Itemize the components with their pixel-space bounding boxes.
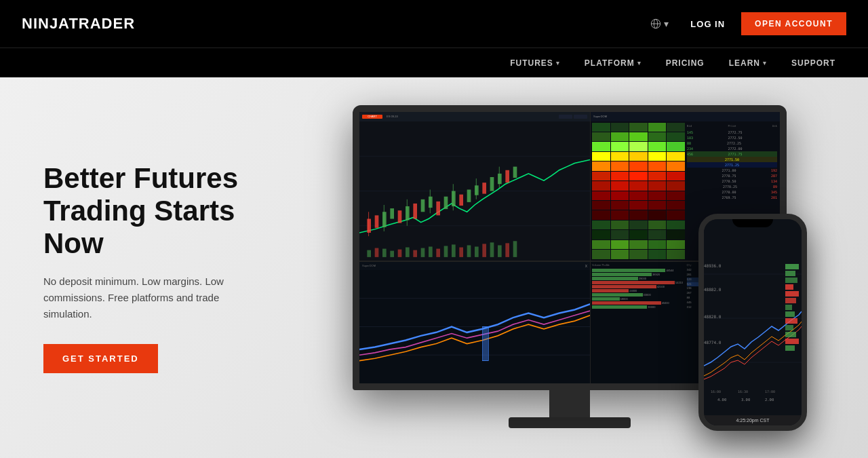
svg-rect-34 bbox=[375, 248, 379, 256]
svg-rect-24 bbox=[505, 170, 509, 182]
globe-icon bbox=[650, 18, 661, 29]
svg-text:48882.0: 48882.0 bbox=[704, 287, 722, 292]
svg-rect-36 bbox=[390, 250, 394, 256]
brand-logo[interactable]: NINJATRADER bbox=[22, 15, 135, 33]
open-account-button[interactable]: OPEN ACCOUNT bbox=[741, 12, 846, 35]
svg-rect-42 bbox=[436, 248, 440, 256]
svg-rect-50 bbox=[498, 245, 502, 256]
phone-time-label: 4:25:20pm CST bbox=[704, 415, 802, 425]
hero-image-area: CHART ES 09-24 bbox=[278, 77, 868, 458]
svg-rect-33 bbox=[367, 250, 371, 256]
svg-rect-47 bbox=[475, 246, 479, 256]
svg-rect-74 bbox=[785, 345, 795, 351]
svg-rect-16 bbox=[444, 196, 448, 208]
phone-device: 48936.0 48882.0 48828.0 48774.0 16:00 16… bbox=[698, 214, 807, 431]
main-nav: NINJATRADER ▾ LOG IN OPEN ACCOUNT bbox=[0, 0, 868, 47]
globe-chevron: ▾ bbox=[664, 18, 669, 29]
hero-content: Better Futures Trading Starts Now No dep… bbox=[0, 121, 285, 415]
svg-rect-41 bbox=[429, 246, 433, 256]
svg-rect-56 bbox=[482, 326, 488, 360]
login-button[interactable]: LOG IN bbox=[679, 15, 736, 33]
svg-rect-17 bbox=[452, 191, 456, 206]
svg-rect-15 bbox=[436, 201, 440, 215]
svg-rect-40 bbox=[421, 248, 425, 256]
svg-rect-46 bbox=[467, 245, 471, 256]
svg-text:2.00: 2.00 bbox=[765, 398, 774, 402]
svg-rect-71 bbox=[785, 325, 793, 330]
chevron-down-icon: ▾ bbox=[763, 60, 767, 66]
hero-title: Better Futures Trading Starts Now bbox=[43, 162, 263, 261]
svg-rect-44 bbox=[452, 244, 456, 256]
svg-text:16:30: 16:30 bbox=[738, 389, 748, 394]
subnav-platform[interactable]: PLATFORM ▾ bbox=[574, 54, 652, 72]
svg-rect-66 bbox=[785, 291, 799, 297]
svg-rect-21 bbox=[482, 183, 486, 193]
svg-rect-35 bbox=[382, 248, 387, 256]
svg-rect-48 bbox=[482, 244, 486, 256]
monitor-stand-base bbox=[509, 417, 631, 428]
svg-rect-10 bbox=[398, 210, 402, 223]
svg-text:3.00: 3.00 bbox=[741, 398, 750, 402]
hero-subtitle: No deposit minimum. Low margins. Low com… bbox=[43, 273, 247, 322]
svg-rect-69 bbox=[785, 311, 795, 317]
svg-rect-12 bbox=[413, 203, 417, 218]
svg-rect-51 bbox=[505, 243, 509, 257]
svg-rect-22 bbox=[490, 177, 494, 191]
svg-rect-67 bbox=[785, 298, 796, 303]
subnav-pricing[interactable]: PRICING bbox=[655, 54, 715, 72]
monitor-device: CHART ES 09-24 bbox=[353, 92, 814, 444]
svg-rect-72 bbox=[785, 332, 796, 337]
svg-rect-68 bbox=[785, 305, 792, 310]
svg-rect-38 bbox=[406, 247, 410, 256]
svg-text:4.00: 4.00 bbox=[717, 398, 726, 402]
svg-rect-23 bbox=[498, 173, 502, 183]
monitor-stand-neck bbox=[549, 390, 590, 417]
svg-rect-19 bbox=[467, 189, 471, 202]
svg-rect-25 bbox=[513, 166, 517, 177]
phone-screen: 48936.0 48882.0 48828.0 48774.0 16:00 16… bbox=[704, 219, 802, 425]
subnav-learn[interactable]: LEARN ▾ bbox=[718, 54, 778, 72]
svg-rect-37 bbox=[398, 249, 402, 256]
svg-rect-7 bbox=[375, 215, 379, 227]
svg-rect-14 bbox=[429, 196, 433, 207]
chevron-down-icon: ▾ bbox=[556, 60, 560, 66]
language-selector[interactable]: ▾ bbox=[645, 14, 674, 33]
svg-text:48774.0: 48774.0 bbox=[704, 340, 722, 345]
svg-rect-11 bbox=[406, 206, 410, 221]
svg-text:16:00: 16:00 bbox=[711, 389, 721, 394]
svg-rect-62 bbox=[785, 264, 799, 269]
svg-rect-39 bbox=[413, 250, 417, 256]
svg-rect-65 bbox=[785, 284, 793, 290]
svg-text:17:00: 17:00 bbox=[765, 389, 775, 394]
svg-rect-6 bbox=[367, 218, 371, 233]
sub-nav: FUTURES ▾ PLATFORM ▾ PRICING LEARN ▾ SUP… bbox=[0, 47, 868, 77]
get-started-button[interactable]: GET STARTED bbox=[43, 344, 158, 373]
svg-rect-18 bbox=[459, 194, 463, 205]
svg-rect-70 bbox=[785, 318, 797, 324]
svg-rect-9 bbox=[390, 208, 394, 218]
phone-notch bbox=[732, 219, 773, 227]
svg-rect-43 bbox=[444, 246, 448, 256]
hero-section: Better Futures Trading Starts Now No dep… bbox=[0, 77, 868, 458]
svg-rect-13 bbox=[421, 199, 425, 211]
svg-rect-8 bbox=[382, 212, 387, 227]
svg-rect-45 bbox=[459, 247, 463, 256]
svg-rect-63 bbox=[785, 271, 795, 276]
svg-rect-49 bbox=[490, 242, 494, 257]
svg-rect-73 bbox=[785, 339, 799, 344]
nav-right-actions: ▾ LOG IN OPEN ACCOUNT bbox=[645, 12, 846, 35]
phone-body: 48936.0 48882.0 48828.0 48774.0 16:00 16… bbox=[698, 214, 807, 431]
svg-rect-64 bbox=[785, 278, 797, 283]
svg-rect-20 bbox=[475, 185, 479, 195]
svg-text:48828.0: 48828.0 bbox=[704, 314, 722, 319]
subnav-futures[interactable]: FUTURES ▾ bbox=[499, 54, 571, 72]
svg-text:48936.0: 48936.0 bbox=[704, 263, 722, 268]
subnav-support[interactable]: SUPPORT bbox=[781, 54, 846, 72]
svg-rect-52 bbox=[513, 241, 517, 257]
chevron-down-icon: ▾ bbox=[637, 60, 642, 66]
